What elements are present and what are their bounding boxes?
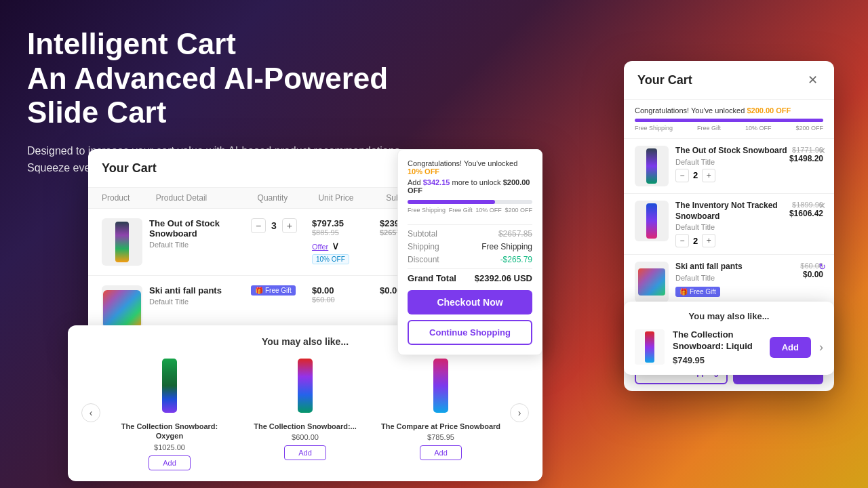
rec-img-0 [142,355,197,416]
right-cart-header: Your Cart ✕ [624,61,834,100]
item-image-1 [102,218,142,266]
right-item-img-1 [635,146,669,186]
rec-product-2: The Compare at Price Snowboard $785.95 A… [378,355,503,470]
right-qty-inc-2[interactable]: + [702,234,715,247]
progress-labels: Free Shipping Free Gift 10% OFF $200 OFF [408,207,532,214]
hero-title: Intelligent Cart An Advanced AI-Powered … [27,27,407,130]
right-item-details-3: Ski anti fall pants Default Title 🎁 Free… [675,262,800,297]
rec-products: The Collection Snowboard: Oxygen $1025.0… [107,355,503,470]
right-item-close-2[interactable]: ✕ [818,201,826,211]
rec-img-2 [414,355,468,416]
rec-img-1 [278,355,332,416]
progress-fill [408,200,495,204]
progress-section: Free Shipping Free Gift 10% OFF $200 OFF [408,200,532,214]
rec-product-1: The Collection Snowboard:... $600.00 Add [243,355,368,470]
right-progress-area: Congratulations! You've unlocked $200.00… [624,100,834,139]
summary-divider-1 [408,224,532,225]
grand-total-row: Grand Total $2392.06 USD [408,273,532,283]
right-cart-title: Your Cart [637,73,692,87]
also-like-item: The Collection Snowboard: Liquid $749.95… [635,329,823,365]
item-price-2: $0.00 $60.00 [312,285,380,304]
right-qty-dec-2[interactable]: − [675,234,689,247]
free-gift-badge: 🎁Free Gift [251,285,296,296]
also-info: The Collection Snowboard: Liquid $749.95 [673,329,762,365]
right-congrats-text: Congratulations! You've unlocked $200.00… [635,106,823,115]
also-add-button[interactable]: Add [770,337,811,358]
right-item-refresh-3[interactable]: ↻ [818,262,826,272]
subtotal-row: Subtotal $2657.85 [408,229,532,239]
right-cart-item-2: The Inventory Not Tracked Snowboard Defa… [624,194,834,255]
also-like-title: You may also like... [635,311,823,321]
progress-track [408,200,532,204]
snowboard-thumbnail [115,222,129,262]
right-also-like: You may also like... The Collection Snow… [624,302,834,375]
right-qty-inc-1[interactable]: + [702,169,715,182]
add-more-text: Add $342.15 more to unlock $200.00 OFF [408,178,532,195]
right-item-details-2: The Inventory Not Tracked Snowboard Defa… [675,201,789,247]
rec-prev-button[interactable]: ‹ [81,403,100,422]
right-progress-labels: Free Shipping Free Gift 10% OFF $200 OFF [635,125,823,131]
summary-divider-2 [408,268,532,269]
discount-badge: 10% OFF [312,254,349,264]
right-item-img-2 [635,201,669,241]
right-item-close-1[interactable]: ✕ [818,146,826,156]
rec-add-button-2[interactable]: Add [420,445,462,460]
rec-product-0: The Collection Snowboard: Oxygen $1025.0… [107,355,232,470]
discount-row: Discount -$265.79 [408,255,532,264]
qty-decrease-1[interactable]: − [251,218,266,233]
right-close-button[interactable]: ✕ [804,72,821,88]
right-progress-track [635,119,823,122]
rec-items: ‹ The Collection Snowboard: Oxygen $1025… [81,355,529,470]
cart-summary-panel: Congratulations! You've unlocked 10% OFF… [397,149,542,355]
rec-add-button-0[interactable]: Add [149,455,191,470]
pants-thumbnail [103,290,141,328]
shipping-row: Shipping Free Shipping [408,242,532,251]
qty-increase-1[interactable]: + [282,218,297,233]
congrats-text: Congratulations! You've unlocked 10% OFF [408,159,532,176]
item-qty-2: 🎁Free Gift [251,285,312,296]
offer-badge: Offer ∨ [312,239,380,252]
also-img [635,329,665,365]
right-free-gift-badge: 🎁 Free Gift [675,287,720,297]
also-nav-right[interactable]: › [819,340,823,354]
right-qty-row-2: − 2 + [675,234,789,247]
continue-shopping-button-center[interactable]: Continue Shopping [408,320,532,345]
item-info-2: Ski anti fall pants Default Title [149,285,251,306]
right-qty-row-1: − 2 + [675,169,789,182]
right-item-details-1: The Out of Stock Snowboard Default Title… [675,146,789,182]
cart-title: Your Cart [102,161,157,176]
item-qty-1: − 3 + [251,218,312,233]
right-qty-dec-1[interactable]: − [675,169,689,182]
checkout-now-button[interactable]: Checkout Now [408,290,532,314]
right-item-img-3 [635,262,669,302]
item-info-1: The Out of Stock Snowboard Default Title [149,218,251,249]
rec-add-button-1[interactable]: Add [284,445,326,460]
item-price-1: $797.35 $885.95 Offer ∨ 10% OFF [312,218,380,264]
rec-next-button[interactable]: › [510,403,529,422]
right-cart-item-1: The Out of Stock Snowboard Default Title… [624,139,834,194]
